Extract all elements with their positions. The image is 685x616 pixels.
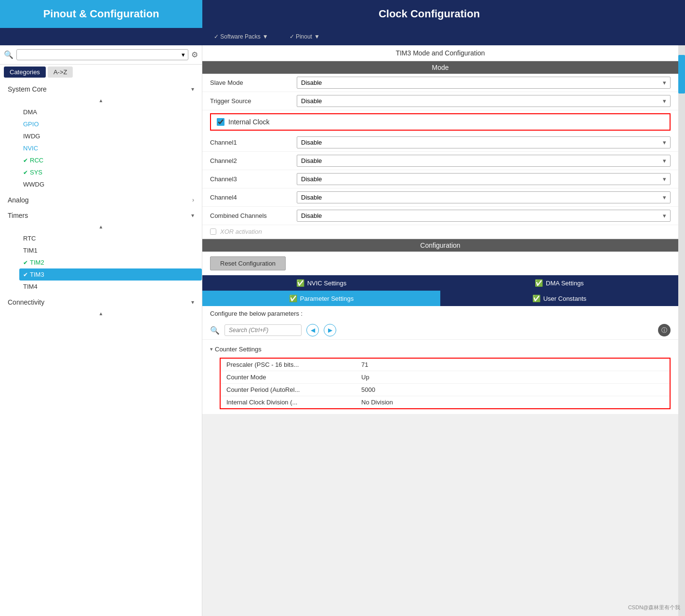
channel3-label: Channel3 [210,175,297,183]
item-tim4[interactable]: TIM4 [19,281,202,293]
counter-row-period: Counter Period (AutoRel... 5000 [221,384,670,396]
channel2-label: Channel2 [210,157,297,164]
counter-chevron: ▾ [210,346,213,352]
trigger-source-arrow: ▾ [663,97,666,105]
pinout-label: ✓ Pinout [290,33,312,40]
search-box[interactable]: ▾ [16,49,188,60]
clk-div-val: No Division [361,399,393,406]
counter-row-mode: Counter Mode Up [221,371,670,384]
item-rtc[interactable]: RTC [19,232,202,244]
pinout-menu[interactable]: ✓ Pinout ▼ [278,28,329,45]
scrollbar-thumb[interactable] [678,55,685,94]
mode-section: Mode Slave Mode Disable ▾ Trigger Source… [202,61,678,238]
tab-categories[interactable]: Categories [4,67,46,78]
channel2-row: Channel2 Disable ▾ [202,152,678,170]
counter-settings-title: ▾ Counter Settings [210,343,671,356]
channel4-row: Channel4 Disable ▾ [202,188,678,207]
trigger-source-value: Disable [301,97,322,105]
timers-items: RTC TIM1 ✔TIM2 ✔TIM3 TIM4 [0,230,202,295]
slave-mode-arrow: ▾ [663,79,666,86]
tab-nvic-settings[interactable]: ✅ NVIC Settings [202,275,440,291]
channel1-label: Channel1 [210,139,297,146]
clock-config-title: Clock Configuration [379,8,480,20]
params-search-row: 🔍 ◀ ▶ ⓘ [202,321,678,340]
channel2-arrow: ▾ [663,157,666,164]
system-core-label: System Core [8,85,47,93]
nvic-check-icon: ✅ [296,279,304,287]
trigger-source-label: Trigger Source [210,97,297,105]
counter-table: Prescaler (PSC - 16 bits... 71 Counter M… [220,358,671,409]
counter-annotation-arrow: ← [675,375,678,392]
internal-clock-label: Internal Clock [228,118,270,126]
item-iwdg[interactable]: IWDG [19,130,202,142]
clock-config-header: Clock Configuration [202,0,656,28]
item-sys[interactable]: ✔SYS [19,166,202,178]
scroll-up-system[interactable]: ▲ [0,97,202,104]
item-tim2[interactable]: ✔TIM2 [19,256,202,268]
timers-arrow: ▾ [191,212,194,219]
tab-az[interactable]: A->Z [48,67,73,78]
slave-mode-value: Disable [301,79,322,86]
pinout-config-header: Pinout & Configuration [0,0,202,28]
trigger-source-select[interactable]: Disable ▾ [297,95,671,107]
info-btn[interactable]: ⓘ [658,324,671,336]
scroll-up-connectivity[interactable]: ▲ [0,310,202,317]
next-btn[interactable]: ▶ [324,324,336,336]
config-header: Configuration [202,239,678,252]
item-gpio[interactable]: GPIO [19,118,202,130]
counter-period-val: 5000 [361,386,375,393]
xor-checkbox[interactable] [210,228,216,235]
internal-clock-checkbox[interactable] [217,118,224,126]
timers-label: Timers [8,212,28,219]
reset-config-button[interactable]: Reset Configuration [210,256,286,270]
sidebar-toolbar: 🔍 ▾ ⚙ [0,45,202,65]
analog-arrow: › [192,197,194,203]
search-dropdown-arrow: ▾ [182,51,185,58]
system-core-items: DMA GPIO IWDG NVIC ✔RCC ✔SYS WWDG [0,104,202,192]
category-connectivity[interactable]: Connectivity ▾ [0,295,202,310]
sidebar-tabs: Categories A->Z [0,65,202,80]
channel1-arrow: ▾ [663,139,666,146]
category-timers[interactable]: Timers ▾ [0,208,202,223]
category-analog[interactable]: Analog › [0,192,202,208]
category-system-core[interactable]: System Core ▾ [0,81,202,97]
counter-settings-label: Counter Settings [215,346,262,353]
config-tabs: ✅ NVIC Settings ✅ DMA Settings [202,275,678,291]
slave-mode-select[interactable]: Disable ▾ [297,77,671,89]
item-nvic[interactable]: NVIC [19,142,202,154]
connectivity-arrow: ▾ [191,299,194,306]
tab-dma-settings[interactable]: ✅ DMA Settings [440,275,678,291]
channel3-select[interactable]: Disable ▾ [297,173,671,185]
channel2-value: Disable [301,157,322,164]
prev-btn[interactable]: ◀ [306,324,319,336]
software-packs-arrow: ▼ [263,33,268,40]
tab-parameter-settings[interactable]: ✅ Parameter Settings [202,291,440,306]
sub-header: ✓ Software Packs ▼ ✓ Pinout ▼ [0,28,685,45]
xor-label: XOR activation [220,228,262,235]
config-section: Configuration Reset Configuration ✅ NVIC… [202,239,678,414]
channel1-select[interactable]: Disable ▾ [297,136,671,148]
channel4-select[interactable]: Disable ▾ [297,191,671,203]
item-tim1[interactable]: TIM1 [19,244,202,256]
item-dma[interactable]: DMA [19,106,202,118]
content-area: TIM3 Mode and Configuration Mode Slave M… [202,45,678,616]
combined-channels-select[interactable]: Disable ▾ [297,210,671,222]
params-search-input[interactable] [224,324,302,336]
item-tim3[interactable]: ✔TIM3 [19,268,202,281]
dma-check-icon: ✅ [535,279,543,287]
scroll-up-timers[interactable]: ▲ [0,223,202,230]
tab-user-constants[interactable]: ✅ User Constants [440,291,678,306]
slave-mode-row: Slave Mode Disable ▾ [202,74,678,92]
item-wwdg[interactable]: WWDG [19,178,202,190]
right-scrollbar[interactable] [678,45,685,616]
channel2-select[interactable]: Disable ▾ [297,155,671,167]
analog-label: Analog [8,196,29,204]
software-packs-menu[interactable]: ✓ Software Packs ▼ [202,28,278,45]
item-rcc[interactable]: ✔RCC [19,154,202,166]
pinout-config-title: Pinout & Configuration [43,8,159,20]
counter-row-prescaler: Prescaler (PSC - 16 bits... 71 [221,359,670,371]
gear-icon[interactable]: ⚙ [191,50,198,59]
counter-mode-key: Counter Mode [226,374,361,381]
channel3-value: Disable [301,175,322,183]
user-check-icon: ✅ [532,295,540,302]
